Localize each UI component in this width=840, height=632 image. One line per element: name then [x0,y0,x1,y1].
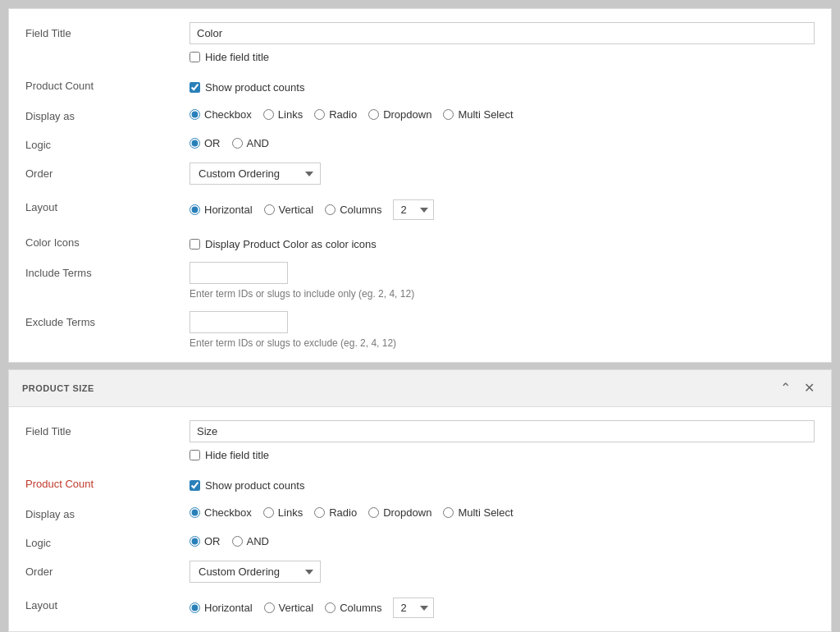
color-order-label: Order [25,163,189,180]
size-display-checkbox-radio[interactable] [189,507,200,518]
color-field-title-input[interactable] [189,22,815,44]
color-show-product-counts-row: Show product counts [189,81,815,94]
color-display-links-option: Links [263,108,303,121]
size-product-count-control: Show product counts [189,473,815,492]
color-display-as-row: Display as Checkbox Links Ra [25,105,815,122]
color-hide-field-title-checkbox[interactable] [189,52,200,62]
color-exclude-terms-control: Enter term IDs or slugs to exclude (eg. … [189,311,815,349]
product-size-collapse-button[interactable]: ⌃ [777,380,794,396]
color-logic-and-label[interactable]: AND [247,137,269,149]
size-logic-radio-group: OR AND [189,532,815,547]
size-display-multiselect-radio[interactable] [443,507,454,518]
size-display-links-label[interactable]: Links [278,506,303,519]
color-layout-horizontal-radio[interactable] [189,204,200,215]
size-layout-vertical-option: Vertical [264,602,314,614]
size-logic-and-label[interactable]: AND [247,535,269,547]
size-layout-vertical-radio[interactable] [264,602,275,613]
size-logic-or-label[interactable]: OR [204,535,221,547]
color-include-terms-input[interactable] [189,262,288,284]
color-logic-row: Logic OR AND [25,134,815,151]
color-columns-select[interactable]: 2 1 3 4 [393,199,434,220]
color-hide-field-title-label[interactable]: Hide field title [205,51,269,63]
size-layout-radio-group: Horizontal Vertical Columns 2 1 [189,594,815,618]
size-hide-field-title-checkbox[interactable] [189,450,200,460]
size-display-dropdown-option: Dropdown [368,506,431,519]
color-order-select[interactable]: Custom Ordering Name ID Count [189,163,321,185]
size-display-checkbox-option: Checkbox [189,506,252,519]
size-display-multiselect-label[interactable]: Multi Select [458,506,513,519]
size-layout-columns-option: Columns [325,602,381,614]
size-logic-and-radio[interactable] [232,536,243,547]
color-display-radio-label[interactable]: Radio [329,108,357,121]
color-exclude-terms-label: Exclude Terms [25,311,189,328]
color-display-checkbox-radio[interactable] [189,109,200,120]
size-layout-horizontal-label[interactable]: Horizontal [204,602,253,614]
size-layout-label: Layout [25,594,189,611]
color-display-as-radio-group: Checkbox Links Radio Dropdown [189,105,815,121]
color-logic-and-radio[interactable] [232,138,243,149]
size-product-count-label: Product Count [25,473,189,490]
size-display-checkbox-label[interactable]: Checkbox [204,506,252,519]
size-display-radio-label[interactable]: Radio [329,506,357,519]
color-logic-or-radio[interactable] [189,138,200,149]
color-layout-horizontal-option: Horizontal [189,204,253,216]
size-show-product-counts-checkbox[interactable] [189,480,200,491]
size-layout-columns-label[interactable]: Columns [340,602,381,614]
color-display-radio-radio[interactable] [314,109,325,120]
color-layout-vertical-label[interactable]: Vertical [279,204,314,216]
size-display-radio-radio[interactable] [314,507,325,518]
size-field-title-input[interactable] [189,420,815,442]
color-field-title-control: Hide field title [189,22,815,63]
color-logic-radio-group: OR AND [189,134,815,149]
size-logic-or-radio[interactable] [189,536,200,547]
size-layout-row: Layout Horizontal Vertical C [25,594,815,618]
color-display-links-radio[interactable] [263,109,274,120]
color-display-links-label[interactable]: Links [278,108,303,121]
size-field-title-control: Hide field title [189,420,815,461]
color-layout-horizontal-label[interactable]: Horizontal [204,204,253,216]
size-display-as-control: Checkbox Links Radio Dropdown [189,503,815,519]
color-icons-control: Display Product Color as color icons [189,231,815,250]
size-columns-select[interactable]: 2 1 3 4 [393,598,434,618]
size-order-row: Order Custom Ordering Name ID Count [25,561,815,583]
size-display-links-option: Links [263,506,303,519]
size-show-product-counts-row: Show product counts [189,479,815,492]
color-display-dropdown-radio[interactable] [368,109,379,120]
color-logic-label: Logic [25,134,189,151]
size-display-dropdown-label[interactable]: Dropdown [383,506,431,519]
color-display-multiselect-label[interactable]: Multi Select [458,108,513,121]
color-product-count-control: Show product counts [189,75,815,94]
product-size-close-button[interactable]: ✕ [801,380,818,396]
color-layout-vertical-radio[interactable] [264,204,275,215]
size-hide-field-title-label[interactable]: Hide field title [205,449,269,461]
color-show-product-counts-checkbox[interactable] [189,82,200,93]
product-size-header-actions: ⌃ ✕ [777,380,818,396]
color-product-count-row: Product Count Show product counts [25,75,815,94]
color-display-multiselect-radio[interactable] [443,109,454,120]
size-order-select[interactable]: Custom Ordering Name ID Count [189,561,321,583]
size-display-dropdown-radio[interactable] [368,507,379,518]
size-field-title-row: Field Title Hide field title [25,420,815,461]
size-hide-field-title-row: Hide field title [189,449,815,461]
size-layout-columns-radio[interactable] [325,602,336,613]
color-panel: Field Title Hide field title Product Cou… [8,8,832,363]
color-icons-checkbox-label[interactable]: Display Product Color as color icons [205,238,377,250]
size-field-title-label: Field Title [25,420,189,437]
color-icons-label: Color Icons [25,231,189,249]
color-exclude-terms-input[interactable] [189,311,288,333]
color-display-checkbox-option: Checkbox [189,108,252,121]
size-show-product-counts-label[interactable]: Show product counts [205,479,304,492]
color-layout-columns-label[interactable]: Columns [340,204,381,216]
color-display-checkbox-label[interactable]: Checkbox [204,108,252,121]
size-display-links-radio[interactable] [263,507,274,518]
size-layout-vertical-label[interactable]: Vertical [279,602,314,614]
color-display-dropdown-label[interactable]: Dropdown [383,108,431,121]
color-show-product-counts-label[interactable]: Show product counts [205,81,304,94]
size-display-as-row: Display as Checkbox Links Ra [25,503,815,520]
size-logic-control: OR AND [189,532,815,547]
color-icons-checkbox[interactable] [189,239,200,250]
product-size-panel: PRODUCT SIZE ⌃ ✕ Field Title Hide field … [8,369,832,632]
size-layout-horizontal-radio[interactable] [189,602,200,613]
color-logic-or-label[interactable]: OR [204,137,221,149]
color-layout-columns-radio[interactable] [325,204,336,215]
